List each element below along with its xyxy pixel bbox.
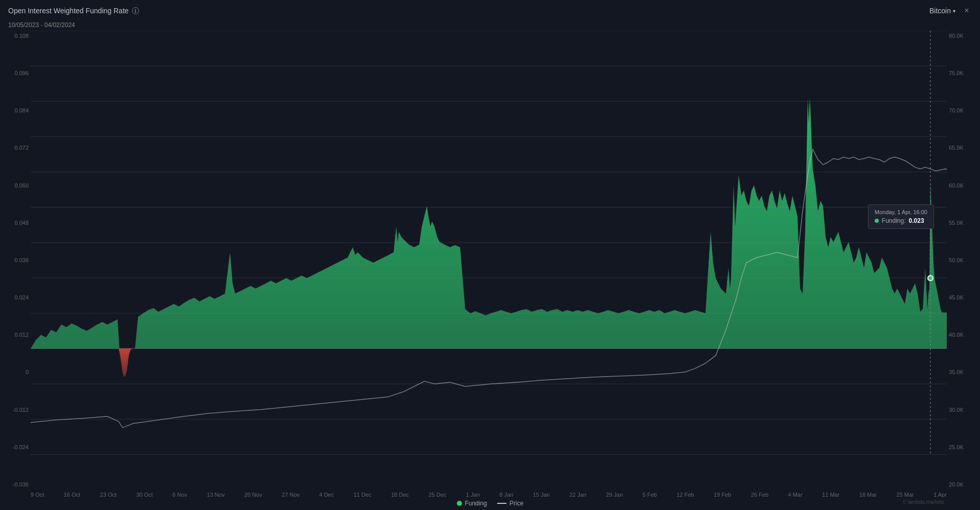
chart-main: 0.108 0.096 0.084 0.072 0.060 0.048 0.03… [0, 31, 980, 510]
y-left-label-9: 0 [0, 369, 31, 375]
x-label-6: 20 Nov [244, 492, 262, 498]
y-right-label-12: 20.0K [947, 481, 980, 488]
x-label-19: 19 Feb [714, 492, 731, 498]
x-label-15: 22 Jan [569, 492, 586, 498]
y-right-label-3: 65.0K [947, 145, 980, 151]
x-label-24: 25 Mar [897, 492, 914, 498]
y-left-label-7: 0.024 [0, 294, 31, 300]
info-icon[interactable]: ℹ [132, 7, 139, 14]
x-label-16: 29 Jan [606, 492, 623, 498]
y-right-label-11: 25.0K [947, 444, 980, 450]
y-left-label-2: 0.084 [0, 107, 31, 113]
y-left-label-10: -0.012 [0, 407, 31, 413]
close-button[interactable]: × [962, 6, 972, 16]
y-left-label-3: 0.072 [0, 145, 31, 151]
watermark: © lambda.markets [903, 499, 944, 505]
legend-funding-dot [457, 501, 462, 506]
y-right-label-8: 40.0K [947, 332, 980, 338]
x-label-3: 30 Oct [136, 492, 152, 498]
x-label-23: 18 Mar [859, 492, 877, 498]
y-right-label-4: 60.0K [947, 182, 980, 189]
x-label-9: 11 Dec [354, 492, 372, 498]
y-axis-left: 0.108 0.096 0.084 0.072 0.060 0.048 0.03… [0, 31, 31, 490]
legend-price-line [497, 503, 507, 504]
y-right-label-7: 45.0K [947, 294, 980, 300]
chart-title: Open Interest Weighted Funding Rate ℹ [8, 7, 139, 15]
y-right-label-5: 55.0K [947, 220, 980, 226]
title-text: Open Interest Weighted Funding Rate [8, 7, 129, 15]
y-axis-right: 80.0K 75.0K 70.0K 65.0K 60.0K 55.0K 50.0… [947, 31, 980, 490]
x-label-7: 27 Nov [282, 492, 300, 498]
x-label-10: 18 Dec [391, 492, 409, 498]
y-right-label-9: 35.0K [947, 369, 980, 375]
y-right-label-6: 50.0K [947, 257, 980, 263]
x-label-0: 9 Oct [31, 492, 44, 498]
svg-point-17 [928, 275, 933, 281]
y-right-label-0: 80.0K [947, 33, 980, 39]
y-left-label-5: 0.048 [0, 220, 31, 226]
y-right-label-2: 70.0K [947, 107, 980, 113]
legend-funding: Funding [457, 500, 487, 507]
y-right-label-10: 30.0K [947, 407, 980, 413]
y-left-label-8: 0.012 [0, 332, 31, 338]
x-label-13: 8 Jan [499, 492, 513, 498]
x-label-11: 25 Dec [428, 492, 446, 498]
date-range: 10/05/2023 - 04/02/2024 [8, 21, 75, 29]
chart-header: Open Interest Weighted Funding Rate ℹ Bi… [0, 0, 980, 18]
y-left-label-6: 0.036 [0, 257, 31, 263]
x-label-4: 6 Nov [172, 492, 187, 498]
legend-price-label: Price [510, 500, 523, 507]
x-label-2: 23 Oct [100, 492, 117, 498]
x-label-18: 12 Feb [676, 492, 694, 498]
y-left-label-1: 0.096 [0, 70, 31, 76]
y-left-label-12: -0.036 [0, 481, 31, 488]
x-label-25: 1 Apr [933, 492, 947, 498]
chart-legend: Funding Price [457, 500, 523, 507]
x-label-22: 11 Mar [822, 492, 839, 498]
chart-svg-area[interactable] [31, 31, 947, 490]
y-left-label-11: -0.024 [0, 444, 31, 450]
x-label-5: 13 Nov [207, 492, 225, 498]
y-right-label-1: 75.0K [947, 70, 980, 76]
x-label-17: 5 Feb [643, 492, 657, 498]
x-label-14: 15 Jan [533, 492, 550, 498]
chart-container: Open Interest Weighted Funding Rate ℹ Bi… [0, 0, 980, 510]
x-label-12: 1 Jan [466, 492, 480, 498]
asset-selector[interactable]: Bitcoin ▾ [929, 7, 955, 15]
asset-label: Bitcoin [929, 7, 951, 15]
x-label-20: 26 Feb [751, 492, 768, 498]
x-label-8: 4 Dec [319, 492, 334, 498]
y-left-label-4: 0.060 [0, 182, 31, 189]
x-label-21: 4 Mar [788, 492, 803, 498]
legend-funding-label: Funding [465, 500, 487, 507]
chevron-down-icon: ▾ [953, 8, 955, 14]
y-left-label-0: 0.108 [0, 33, 31, 39]
legend-price: Price [497, 500, 523, 507]
x-label-1: 16 Oct [64, 492, 80, 498]
